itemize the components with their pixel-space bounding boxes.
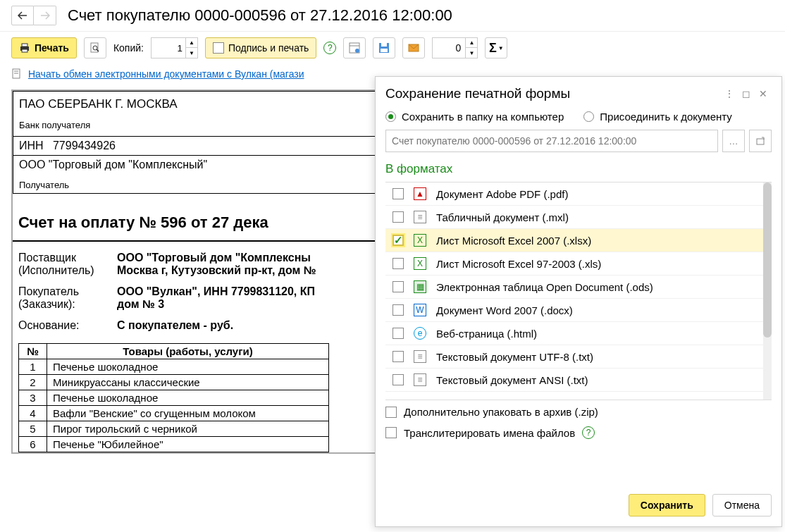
format-checkbox[interactable] (392, 281, 404, 292)
format-label: Документ Word 2007 (.docx) (436, 304, 573, 316)
dialog-save-button[interactable]: Сохранить (629, 494, 705, 516)
format-checkbox[interactable] (392, 374, 404, 385)
preview-button[interactable] (84, 37, 106, 58)
format-checkbox[interactable] (392, 304, 404, 316)
svg-rect-10 (381, 43, 387, 47)
format-item[interactable]: e Веб-страница (.html) (385, 322, 772, 345)
doc-icon: W (414, 304, 426, 316)
ods-icon: ▦ (414, 280, 426, 293)
table-row: 3Печенье шоколадное (19, 390, 329, 406)
format-item[interactable]: ✓ X Лист Microsoft Excel 2007 (.xlsx) (385, 229, 772, 252)
magnifier-icon (89, 42, 101, 54)
xls-icon: X (414, 234, 426, 247)
arrow-right-icon (40, 11, 50, 20)
nav-back-button[interactable] (11, 6, 34, 25)
table-row: 2Миникруассаны классические (19, 375, 329, 390)
copies-input[interactable] (151, 37, 186, 58)
mxl-icon: ≡ (414, 211, 426, 223)
pdf-icon: ▲ (414, 187, 426, 200)
radio-attach-doc[interactable]: Присоединить к документу (583, 111, 732, 123)
table-row: 6Печенье "Юбилейное" (19, 437, 329, 452)
items-table: №Товары (работы, услуги) 1Печенье шокола… (18, 343, 329, 452)
diskette-icon (378, 42, 390, 54)
action1-button[interactable] (343, 37, 366, 58)
help-icon[interactable]: ? (323, 42, 336, 54)
format-item[interactable]: ▦ Электронная таблица Open Document (.od… (385, 276, 772, 299)
format-label: Текстовый документ ANSI (.txt) (436, 374, 588, 386)
edo-link[interactable]: Начать обмен электронными документами с … (28, 68, 304, 80)
help-icon[interactable]: ? (582, 426, 595, 439)
svg-rect-16 (757, 139, 764, 144)
zero-spinner[interactable]: ▲▼ (466, 37, 478, 58)
arrow-left-icon (18, 11, 27, 20)
format-label: Лист Microsoft Excel 97-2003 (.xls) (436, 258, 601, 270)
table-icon (349, 42, 360, 54)
zip-checkbox[interactable] (385, 407, 397, 418)
format-label: Документ Adobe PDF (.pdf) (436, 188, 568, 200)
printer-icon (19, 42, 30, 54)
basis-value: С покупателем - руб. (117, 319, 233, 332)
document-icon (11, 68, 23, 80)
open-folder-icon (756, 137, 765, 145)
xls-icon: X (414, 257, 426, 270)
format-item[interactable]: ≡ Текстовый документ ANSI (.txt) (385, 369, 772, 392)
translit-checkbox[interactable] (385, 427, 397, 438)
path-input[interactable] (385, 130, 718, 152)
radio-icon (583, 111, 594, 122)
radio-save-folder[interactable]: Сохранить в папку на компьютер (385, 111, 564, 123)
svg-rect-11 (381, 49, 388, 52)
chevron-down-icon[interactable]: ▼ (186, 48, 197, 58)
svg-rect-1 (22, 44, 27, 47)
chevron-up-icon[interactable]: ▲ (186, 38, 197, 48)
html-icon: e (414, 327, 426, 340)
zero-field[interactable]: 0 (432, 37, 466, 58)
format-label: Текстовый документ UTF-8 (.txt) (436, 351, 593, 363)
scrollbar[interactable] (763, 183, 772, 400)
format-list: ▲ Документ Adobe PDF (.pdf) ≡ Табличный … (385, 182, 772, 400)
supplier-value: ООО "Торговый дом "Комплексны (117, 252, 316, 264)
table-row: 5Пирог тирольский с черникой (19, 421, 329, 437)
format-checkbox[interactable]: ✓ (392, 235, 404, 246)
format-label: Веб-страница (.html) (436, 328, 537, 340)
format-checkbox[interactable] (392, 258, 404, 269)
table-row: 4Вафли "Венские" со сгущенным молоком (19, 406, 329, 421)
sigma-icon: Σ (489, 41, 497, 56)
envelope-icon (408, 43, 419, 53)
maximize-icon[interactable]: ◻ (738, 85, 755, 102)
format-checkbox[interactable] (392, 211, 404, 223)
format-checkbox[interactable] (392, 328, 404, 339)
sign-print-button[interactable]: Подпись и печать (205, 37, 316, 58)
format-item[interactable]: X Лист Microsoft Excel 97-2003 (.xls) (385, 252, 772, 276)
sigma-button[interactable]: Σ ▼ (485, 37, 507, 58)
nav-forward-button[interactable] (34, 6, 56, 25)
path-open-button[interactable] (749, 130, 772, 152)
close-icon[interactable]: ✕ (755, 85, 772, 102)
format-item[interactable]: ≡ Текстовый документ UTF-8 (.txt) (385, 345, 772, 369)
svg-line-5 (97, 49, 99, 51)
dialog-title: Сохранение печатной формы (385, 86, 721, 101)
email-button[interactable] (402, 37, 425, 58)
page-title: Счет покупателю 0000-000596 от 27.12.201… (68, 6, 452, 25)
format-item[interactable]: ▲ Документ Adobe PDF (.pdf) (385, 183, 772, 206)
copies-spinner[interactable]: ▲▼ (186, 37, 198, 58)
format-item[interactable]: ≡ Табличный документ (.mxl) (385, 206, 772, 229)
format-label: Табличный документ (.mxl) (436, 211, 569, 223)
dialog-cancel-button[interactable]: Отмена (712, 494, 772, 516)
radio-icon (385, 111, 396, 122)
format-label: Лист Microsoft Excel 2007 (.xlsx) (436, 235, 591, 247)
print-button[interactable]: Печать (11, 37, 77, 58)
txt-icon: ≡ (414, 350, 426, 363)
txt-icon: ≡ (414, 373, 426, 386)
svg-rect-2 (22, 49, 27, 52)
format-item[interactable]: W Документ Word 2007 (.docx) (385, 299, 772, 322)
format-label: Электронная таблица Open Document (.ods) (436, 281, 653, 293)
buyer-value: ООО "Вулкан", ИНН 7799831120, КП (117, 285, 315, 298)
svg-point-8 (355, 49, 359, 53)
format-checkbox[interactable] (392, 351, 404, 362)
save-button[interactable] (373, 37, 395, 58)
path-browse-button[interactable]: … (722, 130, 745, 152)
formats-title: В форматах (376, 161, 781, 182)
menu-icon[interactable]: ⋮ (721, 85, 738, 102)
save-dialog: Сохранение печатной формы ⋮ ◻ ✕ Сохранит… (375, 76, 782, 527)
format-checkbox[interactable] (392, 188, 404, 199)
